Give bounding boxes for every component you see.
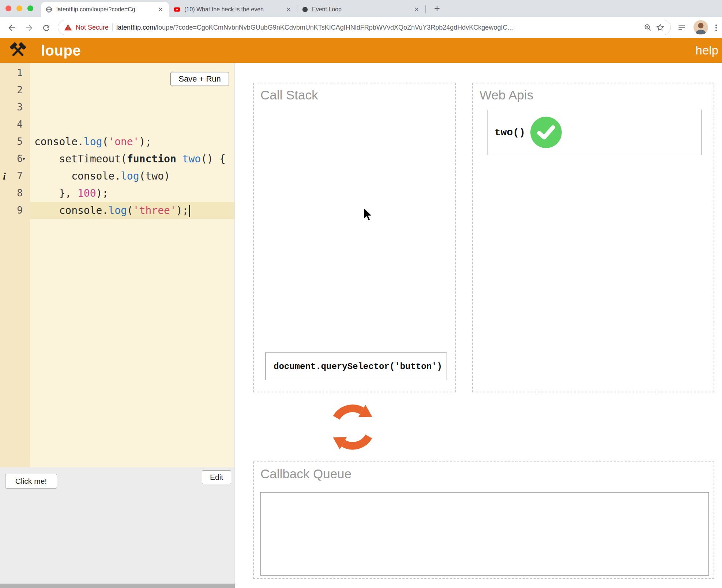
tab-youtube[interactable]: (10) What the heck is the even × — [169, 2, 297, 17]
bookmark-star-icon[interactable] — [656, 23, 665, 32]
tab-title: latentflip.com/loupe/?code=Cg — [56, 6, 153, 13]
callback-queue-track — [260, 492, 709, 576]
code-line-6[interactable]: setTimeout(function two() { — [30, 150, 234, 167]
code-token: (two) — [139, 170, 170, 182]
avatar[interactable] — [693, 20, 708, 35]
not-secure-label: Not Secure — [76, 24, 109, 31]
callback-queue-title: Callback Queue — [260, 467, 714, 481]
gutter-line-7: i7 — [0, 167, 30, 185]
omnibox-separator — [112, 23, 113, 31]
line-number: 8 — [17, 188, 23, 199]
warning-icon — [64, 23, 72, 31]
info-marker-icon: i — [3, 167, 6, 185]
address-bar[interactable]: Not Secure latentflip.com/loupe/?code=Cg… — [58, 20, 671, 35]
forward-button[interactable] — [23, 21, 36, 34]
code-line-8[interactable]: }, 100); — [30, 185, 234, 202]
code-line-5[interactable]: console.log('one'); — [30, 133, 234, 150]
gutter-line-9: 9 — [0, 202, 30, 219]
tab-strip: latentflip.com/loupe/?code=Cg × (10) Wha… — [0, 0, 722, 17]
reload-button[interactable] — [40, 21, 53, 34]
code-token: log — [121, 170, 139, 182]
code-line-7[interactable]: console.log(two) — [30, 167, 234, 185]
editor-code[interactable]: console.log('one'); setTimeout(function … — [30, 63, 234, 467]
close-icon[interactable]: × — [157, 6, 165, 13]
event-loop-icon — [323, 398, 382, 456]
url-path: /loupe/?code=CgoKCmNvbnNvbGUubG9nKCdvbmU… — [155, 24, 513, 31]
gutter-line-8: 8 — [0, 185, 30, 202]
code-token: 100 — [78, 187, 96, 199]
code-token: two — [183, 153, 201, 165]
navigation-bar: Not Secure latentflip.com/loupe/?code=Cg… — [0, 17, 722, 38]
call-stack-title: Call Stack — [260, 88, 455, 102]
line-number: 7 — [17, 170, 23, 181]
traffic-light-minimize[interactable] — [16, 5, 22, 11]
reading-list-icon[interactable] — [675, 21, 688, 34]
url-text: latentflip.com/loupe/?code=CgoKCmNvbnNvb… — [116, 24, 640, 31]
gutter-line-4: 4 — [0, 116, 30, 133]
help-link[interactable]: help — [696, 44, 718, 57]
code-token: setTimeout( — [34, 153, 127, 165]
line-number: 3 — [17, 102, 23, 113]
code-token: 'three' — [133, 204, 176, 216]
zoom-icon[interactable] — [643, 23, 652, 32]
crossed-hammers-logo-icon — [8, 41, 28, 60]
gutter-line-6: 6▾ — [0, 150, 30, 167]
gutter-line-5: 5 — [0, 133, 30, 150]
code-token: log — [108, 204, 127, 216]
web-api-item: two() — [488, 110, 702, 155]
output-pane: Click me! Edit — [0, 467, 235, 584]
web-apis-panel: Web Apis two() — [472, 83, 714, 392]
line-number: 9 — [17, 205, 23, 216]
code-token: console. — [34, 204, 108, 216]
code-token: ( — [127, 204, 133, 216]
gutter-line-3: 3 — [0, 99, 30, 116]
check-circle-icon — [530, 117, 562, 148]
code-token: ); — [96, 187, 109, 199]
code-token: ( — [102, 136, 108, 148]
web-api-label: two() — [495, 127, 525, 138]
gutter-line-2: 2 — [0, 82, 30, 99]
app-header: loupe help — [0, 38, 722, 63]
back-button[interactable] — [5, 21, 18, 34]
app-title: loupe — [41, 42, 81, 59]
youtube-icon — [173, 6, 181, 13]
call-stack-frame: document.querySelector('button') — [265, 353, 447, 380]
new-tab-button[interactable]: + — [430, 3, 444, 15]
menu-kebab-icon[interactable] — [710, 21, 722, 34]
editor-gutter: 123456▾i789 — [0, 63, 30, 467]
code-editor[interactable]: 123456▾i789 console.log('one'); setTimeo… — [0, 63, 235, 467]
code-token: () { — [201, 153, 225, 165]
tab-event-loop[interactable]: Event Loop × — [297, 2, 425, 17]
call-stack-panel: Call Stack document.querySelector('butto… — [253, 83, 456, 392]
line-number: 1 — [17, 67, 23, 78]
tab-divider — [425, 5, 426, 13]
click-me-button[interactable]: Click me! — [5, 474, 57, 489]
code-token: function — [127, 153, 176, 165]
url-domain: latentflip.com — [116, 24, 155, 31]
globe-icon — [45, 6, 53, 13]
horizontal-scrollbar[interactable] — [0, 584, 235, 588]
code-token: ); — [176, 204, 189, 216]
close-icon[interactable]: × — [413, 6, 421, 13]
code-line-3[interactable] — [30, 99, 234, 116]
code-line-4[interactable] — [30, 116, 234, 133]
traffic-light-zoom[interactable] — [27, 5, 33, 11]
code-token: ); — [139, 136, 152, 148]
code-token: }, — [34, 187, 78, 199]
text-caret — [189, 205, 190, 217]
code-token: console. — [34, 136, 84, 148]
fold-arrow-icon[interactable]: ▾ — [22, 150, 26, 167]
save-run-button[interactable]: Save + Run — [170, 72, 229, 86]
line-number: 4 — [17, 119, 23, 130]
code-token — [176, 153, 183, 165]
traffic-light-close[interactable] — [5, 5, 11, 11]
code-line-9[interactable]: console.log('three'); — [30, 202, 234, 219]
browser-window: latentflip.com/loupe/?code=Cg × (10) Wha… — [0, 0, 722, 588]
tab-loupe[interactable]: latentflip.com/loupe/?code=Cg × — [41, 2, 169, 17]
web-apis-title: Web Apis — [480, 88, 714, 102]
close-icon[interactable]: × — [285, 6, 293, 13]
tab-title: (10) What the heck is the even — [184, 6, 281, 13]
line-number: 5 — [17, 136, 23, 147]
edit-button[interactable]: Edit — [202, 470, 231, 484]
code-token: log — [84, 136, 102, 148]
